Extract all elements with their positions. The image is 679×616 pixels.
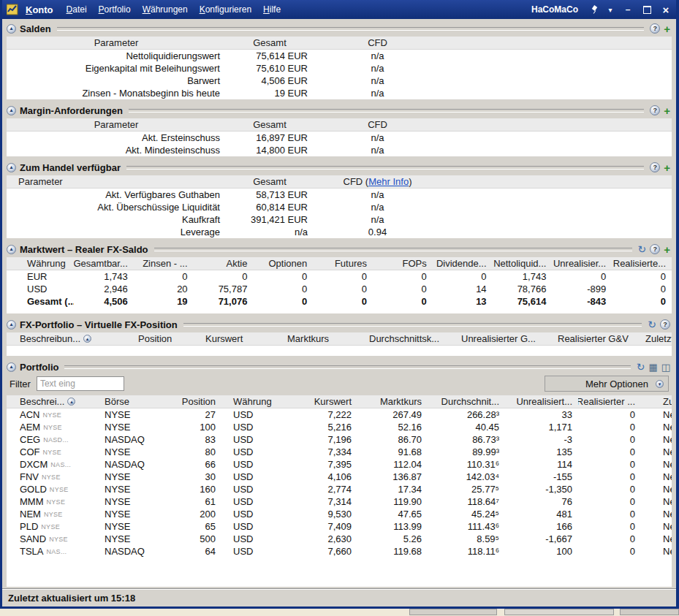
menu-hilfe[interactable]: Hilfe <box>263 4 281 15</box>
table-row[interactable]: Akt. Ersteinschuss16,897 EURn/a <box>7 132 672 144</box>
column-header[interactable]: Kurswert <box>287 395 357 408</box>
column-header[interactable]: Kurswert <box>200 332 281 345</box>
filter-input[interactable] <box>37 376 124 391</box>
column-header[interactable]: Parameter <box>7 175 226 188</box>
column-header[interactable]: Unrealisiert... <box>505 395 578 408</box>
column-header[interactable]: Position <box>132 332 200 345</box>
sort-icon[interactable]: ▴ <box>67 398 75 406</box>
table-row[interactable]: DXCMNAS...NASDAQ66USD7,395112.04110.31⁶1… <box>7 458 672 471</box>
column-header[interactable]: Gesamt <box>226 175 314 188</box>
collapse-toggle-icon[interactable]: ▴ <box>7 24 16 34</box>
table-row[interactable]: Zinsen - Monatsbeginn bis heute19 EURn/a <box>7 87 672 99</box>
sort-icon[interactable]: ▴ <box>83 335 91 343</box>
table-row[interactable]: USD2,9462075,7870001478,766-8990 <box>7 283 672 295</box>
help-icon[interactable]: ? <box>650 105 660 115</box>
column-header[interactable]: Marktkurs <box>281 332 363 345</box>
column-header[interactable]: Unrealisier... <box>552 257 612 270</box>
collapse-toggle-icon[interactable]: ▴ <box>7 163 16 172</box>
table-row[interactable]: GOLDNYSENYSE160USD2,77417.3425.77⁵-1,350… <box>7 483 672 495</box>
table-row[interactable]: MMMNYSENYSE61USD7,314119.90118.64⁷760Nei… <box>7 495 672 508</box>
column-header[interactable]: Zinsen - ... <box>134 257 194 270</box>
menu-waehrungen[interactable]: Währungen <box>143 4 188 15</box>
column-header[interactable]: Zuletzt Liqu... <box>641 395 672 408</box>
column-header[interactable]: Gesamt <box>226 37 314 49</box>
table-row[interactable]: EUR1,7430000001,74300 <box>7 270 672 283</box>
table-row[interactable]: Akt. Überschüssige Liquidität60,814 EURn… <box>7 201 672 213</box>
column-header[interactable]: Realisierter G&V <box>552 332 640 345</box>
add-icon[interactable]: + <box>664 23 670 34</box>
column-header[interactable]: Zuletzt Liquidie... <box>640 332 672 345</box>
dropdown-icon[interactable]: ▾ <box>656 380 664 388</box>
more-options-button[interactable]: Mehr Optionen ▾ <box>545 376 669 392</box>
column-header[interactable]: Futures <box>313 257 373 270</box>
pin-icon[interactable] <box>590 4 599 15</box>
refresh-icon[interactable]: ↻ <box>638 244 647 254</box>
collapse-toggle-icon[interactable]: ▴ <box>7 106 16 115</box>
menu-konfigurieren[interactable]: Konfigurieren <box>200 4 251 15</box>
help-icon[interactable]: ? <box>650 244 660 254</box>
panel-icon[interactable]: ◫ <box>661 362 670 372</box>
table-row[interactable]: Gesamt (...4,5061971,0760001375,614-8430 <box>7 295 672 308</box>
table-row[interactable]: COFNYSENYSE80USD7,33491.6889.99³1350Nein <box>7 446 672 458</box>
help-icon[interactable]: ? <box>650 162 660 172</box>
column-header[interactable]: Optionen <box>253 257 313 270</box>
marktwert-header: ▴ Marktwert – Realer FX-Saldo ↻ ? + <box>7 243 672 256</box>
help-icon[interactable]: ? <box>650 23 660 34</box>
column-header[interactable]: Börse <box>99 395 169 408</box>
table-row[interactable]: Akt. Mindesteinschuss14,800 EURn/a <box>7 144 672 156</box>
table-row[interactable]: Kaufkraft391,421 EURn/a <box>7 213 672 226</box>
column-header[interactable]: FOPs <box>373 257 433 270</box>
column-header[interactable]: Nettoliquid... <box>493 257 553 270</box>
table-row[interactable]: Nettoliquidierungswert75,614 EURn/a <box>7 50 672 62</box>
table-row[interactable]: PLDNYSENYSE65USD7,409113.99111.43⁶1660Ne… <box>7 520 672 533</box>
column-header[interactable]: CFD <box>314 118 441 131</box>
table-row[interactable]: Leveragen/a0.94 <box>7 226 672 238</box>
column-header[interactable]: Realisierter ... <box>578 395 641 408</box>
menu-portfolio[interactable]: Portfolio <box>99 4 131 15</box>
column-header[interactable]: Parameter <box>7 37 226 49</box>
mehr-info-link[interactable]: Mehr Info <box>368 176 409 188</box>
column-header[interactable]: Gesamt <box>226 118 314 131</box>
column-header[interactable]: CFD <box>314 37 441 49</box>
table-row[interactable]: NEMNYSENYSE200USD9,53047.6545.24⁵4810Nei… <box>7 508 672 520</box>
table-row[interactable]: AEMNYSENYSE100USD5,21652.1640.451,1710Ne… <box>7 421 672 433</box>
column-header[interactable]: CFD (Mehr Info) <box>314 175 441 188</box>
column-header[interactable]: Gesamtbar... <box>74 257 134 270</box>
column-header[interactable]: Währung <box>7 257 74 270</box>
column-header[interactable]: Realisierte... <box>612 257 672 270</box>
column-header[interactable]: Durchschnit... <box>428 395 505 408</box>
add-icon[interactable]: + <box>664 162 670 173</box>
column-header[interactable]: Beschreibun...▴ <box>7 332 132 345</box>
column-header[interactable]: Beschrei...▴ <box>7 395 99 408</box>
column-header[interactable]: Währung <box>221 395 287 408</box>
refresh-icon[interactable]: ↻ <box>648 319 656 330</box>
table-row[interactable]: SANDNYSENYSE500USD2,6305.268.59⁵-1,6670N… <box>7 533 672 545</box>
table-row[interactable]: ACNNYSENYSE27USD7,222267.49266.28³330Nei… <box>7 408 672 421</box>
column-header[interactable]: Marktkurs <box>357 395 428 408</box>
column-header[interactable]: Unrealisierter G... <box>455 332 552 345</box>
table-row[interactable]: CEGNASD...NASDAQ83USD7,19686.7086.73³-30… <box>7 433 672 446</box>
collapse-toggle-icon[interactable]: ▴ <box>7 362 16 372</box>
collapse-toggle-icon[interactable]: ▴ <box>7 245 16 254</box>
column-header[interactable]: Parameter <box>7 118 226 131</box>
add-icon[interactable]: + <box>664 244 670 255</box>
table-row[interactable]: FNVNYSENYSE30USD4,106136.87142.03⁴-1550N… <box>7 471 672 483</box>
table-row[interactable]: Barwert4,506 EURn/a <box>7 75 672 87</box>
help-icon[interactable]: ? <box>660 319 670 330</box>
column-header[interactable]: Dividende... <box>433 257 493 270</box>
table-row[interactable]: Eigenkapital mit Beleihungswert75,610 EU… <box>7 62 672 75</box>
column-header[interactable]: Aktie <box>194 257 254 270</box>
grid-icon[interactable]: ▦ <box>648 362 657 372</box>
maximize-button[interactable] <box>641 4 653 15</box>
collapse-toggle-icon[interactable]: ▴ <box>7 320 16 330</box>
table-row[interactable]: Akt. Verfügbares Guthaben58,713 EURn/a <box>7 189 672 201</box>
close-button[interactable]: × <box>660 4 672 15</box>
refresh-icon[interactable]: ↻ <box>637 362 645 372</box>
menu-datei[interactable]: Datei <box>67 4 87 15</box>
add-icon[interactable]: + <box>664 105 670 116</box>
caret-down-icon[interactable]: ▾ <box>606 4 615 15</box>
table-row[interactable]: TSLANAS...NASDAQ64USD7,660119.68118.11⁶1… <box>7 545 672 558</box>
column-header[interactable]: Position <box>169 395 221 408</box>
minimize-button[interactable]: – <box>622 4 634 15</box>
column-header[interactable]: Durchschnittsk... <box>363 332 455 345</box>
